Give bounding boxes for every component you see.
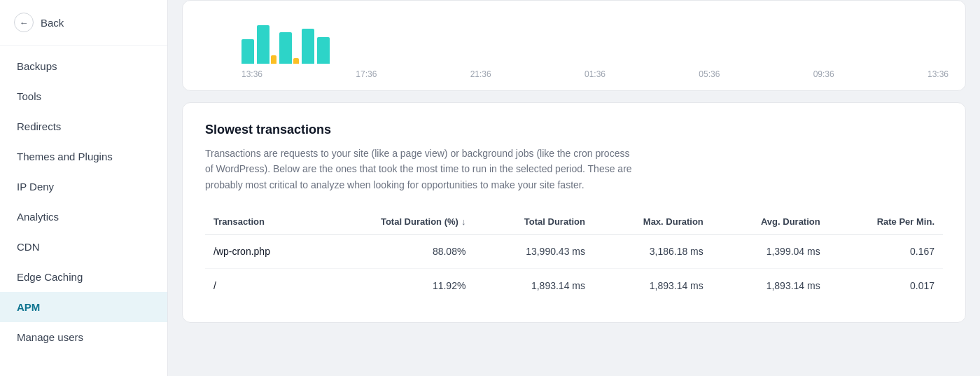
sidebar: ← Back BackupsToolsRedirectsThemes and P… xyxy=(0,0,168,376)
bar-teal xyxy=(279,32,292,64)
cell-transaction: / xyxy=(205,269,318,303)
sidebar-item-redirects[interactable]: Redirects xyxy=(0,111,167,141)
chart-time-label: 09:36 xyxy=(813,69,834,79)
bar-group xyxy=(257,25,276,64)
sidebar-item-ip-deny[interactable]: IP Deny xyxy=(0,172,167,202)
cell-max-duration: 1,893.14 ms xyxy=(594,269,712,303)
table-row: /11.92%1,893.14 ms1,893.14 ms1,893.14 ms… xyxy=(205,269,943,303)
bar-teal xyxy=(302,29,314,64)
header-max-duration: Max. Duration xyxy=(594,209,712,235)
chart-time-label: 01:36 xyxy=(584,69,606,79)
chart-time-label: 13:36 xyxy=(241,69,262,79)
cell-avg-duration: 1,893.14 ms xyxy=(712,269,829,303)
cell-avg-duration: 1,399.04 ms xyxy=(712,235,829,269)
chart-labels: 13:3617:3621:3601:3605:3609:3613:36 xyxy=(200,69,948,79)
sidebar-item-analytics[interactable]: Analytics xyxy=(0,202,167,232)
back-icon: ← xyxy=(14,13,34,32)
cell-total-duration-pct: 11.92% xyxy=(318,269,474,303)
chart-time-label: 13:36 xyxy=(927,69,948,79)
header-transaction: Transaction xyxy=(205,209,318,235)
bar-yellow xyxy=(271,55,276,64)
chart-time-label: 17:36 xyxy=(356,69,377,79)
chart-time-label: 21:36 xyxy=(470,69,491,79)
sidebar-item-themes-plugins[interactable]: Themes and Plugins xyxy=(0,141,167,172)
main-content: 13:3617:3621:3601:3605:3609:3613:36 Slow… xyxy=(168,0,980,376)
card-title: Slowest transactions xyxy=(205,123,943,137)
table-header: TransactionTotal Duration (%)↓Total Dura… xyxy=(205,209,943,235)
cell-transaction: /wp-cron.php xyxy=(205,235,318,269)
bar-teal xyxy=(317,37,330,64)
sidebar-item-edge-caching[interactable]: Edge Caching xyxy=(0,262,167,292)
table-row: /wp-cron.php88.08%13,990.43 ms3,186.18 m… xyxy=(205,235,943,269)
transactions-card: Slowest transactions Transactions are re… xyxy=(182,102,966,323)
table-body: /wp-cron.php88.08%13,990.43 ms3,186.18 m… xyxy=(205,235,943,303)
cell-rate-per-min: 0.017 xyxy=(829,269,943,303)
sidebar-item-cdn[interactable]: CDN xyxy=(0,232,167,262)
bar-group xyxy=(279,32,299,64)
bar-teal xyxy=(257,25,270,64)
bar-teal xyxy=(241,39,254,64)
cell-rate-per-min: 0.167 xyxy=(829,235,943,269)
cell-max-duration: 3,186.18 ms xyxy=(594,235,712,269)
cell-total-duration: 13,990.43 ms xyxy=(474,235,594,269)
sidebar-nav: BackupsToolsRedirectsThemes and PluginsI… xyxy=(0,46,167,376)
cell-total-duration: 1,893.14 ms xyxy=(474,269,594,303)
bar-group xyxy=(317,37,330,64)
header-rate-per-min: Rate Per Min. xyxy=(829,209,943,235)
sidebar-item-manage-users[interactable]: Manage users xyxy=(0,322,167,352)
back-button[interactable]: ← Back xyxy=(0,0,167,46)
sort-icon: ↓ xyxy=(461,216,466,227)
transactions-table: TransactionTotal Duration (%)↓Total Dura… xyxy=(205,209,943,302)
card-description: Transactions are requests to your site (… xyxy=(205,146,639,193)
chart-area xyxy=(200,12,948,64)
header-row: TransactionTotal Duration (%)↓Total Dura… xyxy=(205,209,943,235)
back-label: Back xyxy=(41,17,64,29)
header-avg-duration: Avg. Duration xyxy=(712,209,829,235)
sidebar-item-apm[interactable]: APM xyxy=(0,292,167,322)
bar-group xyxy=(241,39,254,64)
chart-time-label: 05:36 xyxy=(699,69,720,79)
bar-group xyxy=(302,29,314,64)
header-total-duration-pct[interactable]: Total Duration (%)↓ xyxy=(318,209,474,235)
sidebar-item-tools[interactable]: Tools xyxy=(0,81,167,111)
sidebar-item-backups[interactable]: Backups xyxy=(0,51,167,81)
bar-yellow xyxy=(293,58,299,64)
cell-total-duration-pct: 88.08% xyxy=(318,235,474,269)
header-total-duration: Total Duration xyxy=(474,209,594,235)
chart-card: 13:3617:3621:3601:3605:3609:3613:36 xyxy=(182,0,966,91)
